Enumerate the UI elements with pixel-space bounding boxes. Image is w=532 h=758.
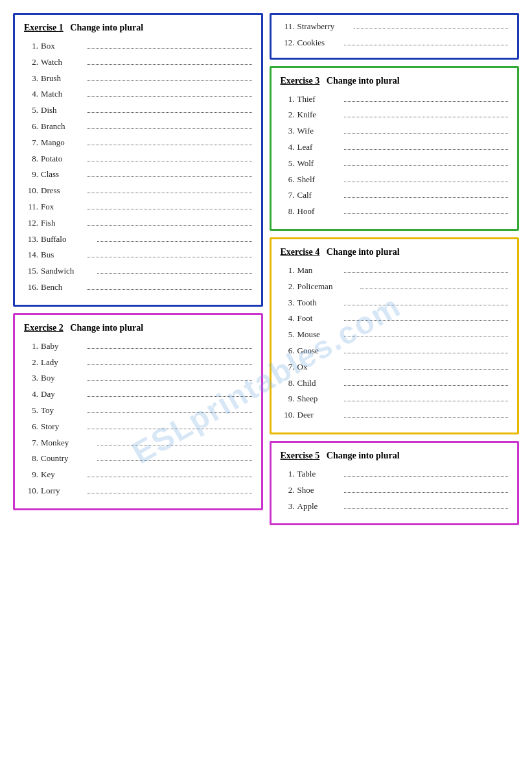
list-item: 1. Box	[24, 40, 252, 53]
exercise-5-list: 1. Table 2. Shoe 3. Apple	[281, 468, 509, 513]
list-item: 10. Deer	[281, 409, 509, 422]
list-item: 14. Bus	[24, 248, 252, 262]
exercise-3-box: Exercise 3 Change into plural 1. Thief 2…	[270, 66, 520, 231]
list-item: 11. Fox	[24, 200, 252, 214]
list-item: 6. Story	[24, 420, 252, 434]
list-item: 2. Lady	[24, 356, 252, 370]
exercise-1-title: Exercise 1 Change into plural	[24, 23, 252, 33]
list-item: 8. Child	[281, 377, 509, 390]
list-item: 1. Table	[281, 468, 509, 481]
list-item: 5. Wolf	[281, 157, 509, 171]
exercise-3-list: 1. Thief 2. Knife 3. Wife 4. Leaf	[281, 93, 509, 219]
list-item: 10. Dress	[24, 184, 252, 198]
list-item: 9. Class	[24, 168, 252, 182]
list-item: 5. Dish	[24, 104, 252, 117]
top-right-box: 11. Strawberry 12. Cookies	[270, 13, 520, 60]
list-item: 15. Sandwich	[24, 265, 252, 278]
list-item: 3. Tooth	[281, 296, 509, 310]
list-item: 9. Key	[24, 468, 252, 482]
list-item: 2. Policeman	[281, 280, 509, 294]
list-item: 4. Day	[24, 388, 252, 401]
list-item: 5. Toy	[24, 404, 252, 418]
list-item: 13. Buffalo	[24, 233, 252, 246]
list-item: 7. Mango	[24, 136, 252, 150]
exercise-5-title: Exercise 5 Change into plural	[281, 451, 509, 461]
exercise-4-list: 1. Man 2. Policeman 3. Tooth 4. Foot	[281, 264, 509, 422]
list-item: 6. Shelf	[281, 173, 509, 187]
list-item: 3. Boy	[24, 372, 252, 385]
exercise-2-list: 1. Baby 2. Lady 3. Boy 4. Day	[24, 340, 252, 498]
list-item: 12. Cookies	[281, 36, 509, 50]
exercise-2-box: Exercise 2 Change into plural 1. Baby 2.…	[13, 313, 263, 510]
list-item: 5. Mouse	[281, 328, 509, 342]
exercise-4-title: Exercise 4 Change into plural	[281, 247, 509, 257]
exercise-1-box: Exercise 1 Change into plural 1. Box 2. …	[13, 13, 263, 307]
list-item: 8. Potato	[24, 152, 252, 166]
list-item: 4. Match	[24, 88, 252, 101]
list-item: 11. Strawberry	[281, 20, 509, 34]
list-item: 7. Monkey	[24, 436, 252, 450]
exercise-4-box: Exercise 4 Change into plural 1. Man 2. …	[270, 237, 520, 434]
list-item: 2. Watch	[24, 56, 252, 69]
list-item: 3. Apple	[281, 500, 509, 514]
exercise-5-box: Exercise 5 Change into plural 1. Table 2…	[270, 441, 520, 525]
list-item: 1. Thief	[281, 93, 509, 106]
list-item: 1. Man	[281, 264, 509, 278]
list-item: 16. Bench	[24, 281, 252, 294]
list-item: 4. Foot	[281, 312, 509, 326]
list-item: 4. Leaf	[281, 141, 509, 154]
list-item: 9. Sheep	[281, 392, 509, 406]
list-item: 10. Lorry	[24, 484, 252, 498]
list-item: 8. Hoof	[281, 205, 509, 219]
list-item: 3. Brush	[24, 72, 252, 86]
list-item: 12. Fish	[24, 217, 252, 230]
list-item: 6. Goose	[281, 344, 509, 358]
list-item: 7. Ox	[281, 361, 509, 374]
exercise-1-list: 1. Box 2. Watch 3. Brush 4. Match	[24, 40, 252, 294]
list-item: 6. Branch	[24, 120, 252, 134]
list-item: 8. Country	[24, 452, 252, 466]
list-item: 2. Knife	[281, 108, 509, 122]
list-item: 7. Calf	[281, 189, 509, 202]
list-item: 2. Shoe	[281, 484, 509, 497]
list-item: 1. Baby	[24, 340, 252, 353]
list-item: 3. Wife	[281, 124, 509, 138]
exercise-3-title: Exercise 3 Change into plural	[281, 76, 509, 86]
top-right-list: 11. Strawberry 12. Cookies	[281, 20, 509, 50]
exercise-2-title: Exercise 2 Change into plural	[24, 323, 252, 333]
